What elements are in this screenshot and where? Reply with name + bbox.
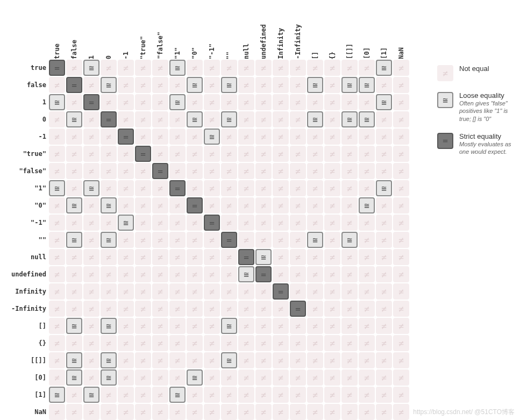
equality-cell: ≠ <box>273 318 289 334</box>
equality-cell: ≠ <box>273 266 289 282</box>
equality-cell: ≅ <box>341 111 358 127</box>
equality-cell: ≠ <box>273 301 289 317</box>
equality-cell: ≠ <box>341 335 358 351</box>
equality-cell: ≠ <box>187 163 203 179</box>
equality-cell: ≠ <box>118 146 134 162</box>
column-header: {} <box>324 5 341 59</box>
equality-cell: ≠ <box>187 60 203 76</box>
equality-cell: = <box>169 180 186 196</box>
equality-cell: ≠ <box>324 77 340 93</box>
equality-cell: ≠ <box>324 404 340 420</box>
equality-cell: ≠ <box>359 352 375 368</box>
equality-cell: ≠ <box>255 318 272 334</box>
equality-cell: ≠ <box>393 215 409 231</box>
equality-cell: ≅ <box>238 266 254 282</box>
equality-cell: ≠ <box>135 387 151 403</box>
equality-cell: ≠ <box>118 163 134 179</box>
equality-cell: = <box>273 283 289 300</box>
equality-cell: ≠ <box>255 180 272 196</box>
equality-cell: ≠ <box>273 352 289 368</box>
equality-cell: ≠ <box>169 197 186 213</box>
equality-cell: ≠ <box>273 369 289 386</box>
row-header: NaN <box>5 403 48 420</box>
equality-cell: ≠ <box>101 335 117 351</box>
equality-cell: ≠ <box>221 266 237 282</box>
equality-cell: ≠ <box>204 283 220 300</box>
equality-cell: ≠ <box>273 180 289 196</box>
equality-cell: ≠ <box>376 404 392 420</box>
equality-cell: ≠ <box>273 163 289 179</box>
equality-cell: ≠ <box>376 369 392 386</box>
equality-cell: ≠ <box>376 266 392 282</box>
equality-cell: ≠ <box>255 94 272 110</box>
equality-cell: ≠ <box>152 94 168 110</box>
equality-cell: ≠ <box>66 301 82 317</box>
equality-cell: ≠ <box>187 301 203 317</box>
legend-text: Loose equalityOften gives "false" positi… <box>459 91 515 123</box>
equality-cell: ≠ <box>187 215 203 231</box>
equality-cell: ≠ <box>66 163 82 179</box>
equality-cell: ≠ <box>221 249 237 265</box>
equality-cell: ≠ <box>376 283 392 300</box>
equality-cell: ≠ <box>238 129 254 145</box>
equality-cell: ≠ <box>101 94 117 110</box>
equality-cell: ≠ <box>169 352 186 368</box>
equality-cell: ≠ <box>341 146 358 162</box>
equality-cell: ≠ <box>204 197 220 213</box>
equality-cell: ≠ <box>238 232 254 248</box>
equality-cell: ≠ <box>204 318 220 334</box>
equality-cell: ≠ <box>152 146 168 162</box>
equality-cell: ≠ <box>83 197 99 213</box>
equality-cell: ≠ <box>135 111 151 127</box>
equality-cell: ≅ <box>49 94 65 110</box>
equality-cell: ≅ <box>101 352 117 368</box>
equality-cell: ≠ <box>273 197 289 213</box>
equality-cell: ≠ <box>221 301 237 317</box>
column-header: NaN <box>393 5 410 59</box>
column-header: 0 <box>100 5 117 59</box>
legend-subtitle: Often gives "false" positives like "1" i… <box>459 99 515 123</box>
equality-cell: ≠ <box>152 266 168 282</box>
equality-cell: ≠ <box>204 387 220 403</box>
column-header: false <box>66 5 83 59</box>
equality-cell: ≠ <box>83 283 99 300</box>
equality-cell: ≠ <box>169 369 186 386</box>
row-header: null <box>5 248 48 266</box>
row-header: -1 <box>5 128 48 145</box>
legend-swatch: ≠ <box>437 65 453 81</box>
equality-cell: ≠ <box>101 301 117 317</box>
equality-cell: ≠ <box>324 111 340 127</box>
row-header: [] <box>5 317 48 334</box>
equality-cell: ≠ <box>290 352 306 368</box>
column-header: [] <box>307 5 324 59</box>
equality-cell: ≠ <box>152 301 168 317</box>
equality-cell: ≠ <box>101 146 117 162</box>
equality-cell: ≅ <box>169 387 186 403</box>
equality-cell: ≠ <box>221 129 237 145</box>
equality-cell: ≅ <box>307 77 323 93</box>
equality-cell: ≠ <box>324 335 340 351</box>
equality-cell: ≠ <box>359 94 375 110</box>
equality-cell: ≠ <box>101 163 117 179</box>
equality-cell: ≠ <box>204 111 220 127</box>
equality-cell: ≠ <box>341 197 358 213</box>
equality-cell: ≠ <box>49 369 65 386</box>
equality-cell: ≠ <box>255 77 272 93</box>
equality-cell: ≠ <box>152 180 168 196</box>
equality-cell: ≠ <box>393 249 409 265</box>
equality-cell: ≠ <box>324 180 340 196</box>
equality-cell: ≠ <box>187 180 203 196</box>
equality-cell: ≠ <box>169 301 186 317</box>
equality-cell: ≠ <box>273 215 289 231</box>
equality-cell: = <box>49 60 65 76</box>
row-header: "1" <box>5 180 48 197</box>
equality-cell: ≠ <box>238 352 254 368</box>
equality-cell: ≠ <box>118 266 134 282</box>
equality-cell: ≠ <box>341 129 358 145</box>
equality-cell: ≠ <box>101 60 117 76</box>
equality-cell: ≠ <box>307 94 323 110</box>
equality-cell: ≠ <box>204 60 220 76</box>
equality-cell: ≠ <box>290 180 306 196</box>
equality-cell: ≠ <box>49 129 65 145</box>
equality-cell: ≠ <box>324 94 340 110</box>
